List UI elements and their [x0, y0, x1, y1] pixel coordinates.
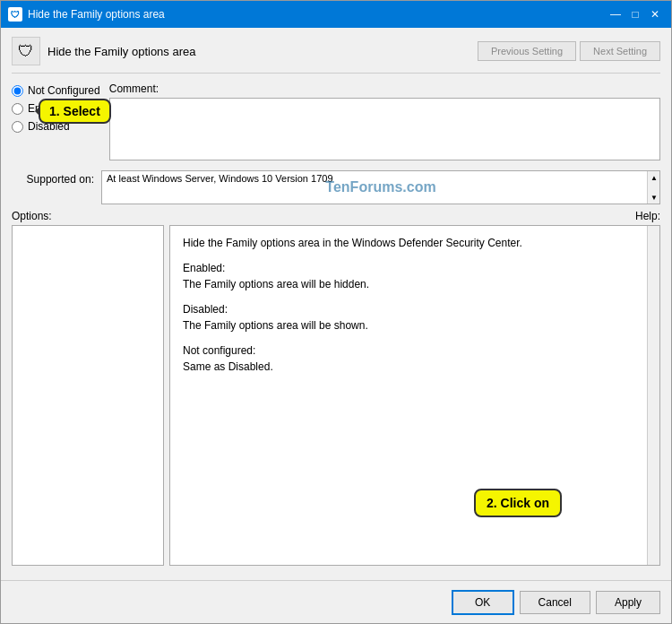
ok-button[interactable]: OK: [452, 590, 514, 615]
policy-icon: 🛡: [12, 37, 40, 65]
dialog-window: 🛡 Hide the Family options area — □ ✕ 🛡 H…: [0, 0, 672, 624]
not-configured-radio[interactable]: Not Configured: [12, 84, 100, 97]
cancel-button[interactable]: Cancel: [520, 591, 590, 614]
close-button[interactable]: ✕: [646, 5, 664, 23]
header-row: 🛡 Hide the Family options area Previous …: [12, 37, 660, 74]
options-box: [12, 225, 164, 566]
title-bar: 🛡 Hide the Family options area — □ ✕: [1, 1, 671, 28]
help-enabled-heading: Enabled:: [183, 260, 647, 276]
next-setting-button[interactable]: Next Setting: [580, 41, 660, 61]
previous-setting-button[interactable]: Previous Setting: [478, 41, 576, 61]
title-bar-controls: — □ ✕: [607, 5, 664, 23]
policy-title: Hide the Family options area: [47, 45, 478, 58]
options-label: Options:: [12, 210, 52, 222]
scroll-up-arrow[interactable]: ▲: [648, 171, 660, 184]
window-title: Hide the Family options area: [28, 8, 607, 21]
help-enabled-desc: The Family options area will be hidden.: [183, 276, 647, 292]
annotation-1-bubble: 1. Select: [39, 99, 111, 124]
not-configured-label: Not Configured: [28, 84, 100, 97]
supported-value: At least Windows Server, Windows 10 Vers…: [107, 173, 333, 184]
disabled-input[interactable]: [12, 121, 23, 133]
help-intro: Hide the Family options area in the Wind…: [183, 235, 647, 251]
supported-scrollbar: ▲ ▼: [647, 171, 659, 204]
bottom-bar: OK Cancel Apply: [1, 580, 671, 623]
help-disabled-heading: Disabled:: [183, 301, 647, 317]
section-labels: Options: Help:: [12, 210, 660, 222]
help-scrollbar: [647, 226, 659, 565]
supported-box: At least Windows Server, Windows 10 Vers…: [101, 170, 660, 204]
annotation-2-bubble: 2. Click on: [474, 489, 562, 517]
comment-label: Comment:: [109, 82, 660, 95]
window-icon: 🛡: [8, 7, 22, 22]
settings-area: Not Configured Enabled Disabled 1. Selec…: [12, 82, 660, 163]
help-box: Hide the Family options area in the Wind…: [169, 225, 660, 566]
minimize-button[interactable]: —: [607, 5, 625, 23]
comment-section: Comment:: [109, 82, 660, 163]
not-configured-input[interactable]: [12, 85, 23, 97]
supported-label: Supported on:: [12, 170, 101, 186]
apply-button[interactable]: Apply: [596, 591, 660, 614]
help-not-configured-heading: Not configured:: [183, 342, 647, 359]
tenforums-watermark: TenForums.com: [325, 179, 435, 195]
help-label: Help:: [635, 210, 660, 222]
nav-buttons: Previous Setting Next Setting: [478, 41, 660, 61]
radio-group: Not Configured Enabled Disabled 1. Selec…: [12, 82, 100, 163]
options-help-row: Hide the Family options area in the Wind…: [12, 225, 660, 566]
maximize-button[interactable]: □: [626, 5, 644, 23]
help-not-configured-desc: Same as Disabled.: [183, 359, 647, 375]
comment-textarea[interactable]: [109, 98, 660, 160]
scroll-down-arrow[interactable]: ▼: [648, 191, 660, 204]
help-disabled-desc: The Family options area will be shown.: [183, 317, 647, 334]
main-content: Not Configured Enabled Disabled 1. Selec…: [12, 82, 660, 571]
supported-row: Supported on: At least Windows Server, W…: [12, 170, 660, 204]
content-area: 🛡 Hide the Family options area Previous …: [1, 28, 671, 580]
enabled-input[interactable]: [12, 103, 23, 115]
